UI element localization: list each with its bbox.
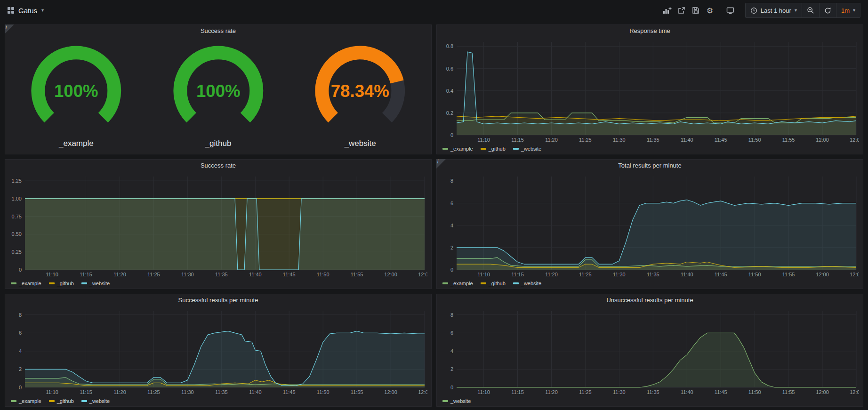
zoom-out-button[interactable] (802, 3, 819, 17)
add-panel-button[interactable] (660, 3, 675, 17)
caret-down-icon: ▾ (853, 8, 855, 13)
panel-title[interactable]: Total results per minute (437, 160, 863, 172)
svg-text:11:10: 11:10 (46, 389, 58, 395)
legend-item-_github[interactable]: _github (49, 281, 74, 286)
svg-text:11:15: 11:15 (80, 389, 92, 395)
svg-text:11:10: 11:10 (46, 272, 58, 277)
svg-text:11:50: 11:50 (748, 137, 761, 143)
legend-series-name: _github (489, 146, 506, 152)
svg-text:11:55: 11:55 (351, 272, 363, 277)
dashboard-title[interactable]: Gatus (18, 7, 37, 15)
share-button[interactable] (675, 3, 689, 17)
panel-success-rate-timeseries: Success rate 11:1011:1511:2011:2511:3011… (5, 159, 432, 289)
svg-text:11:30: 11:30 (613, 272, 626, 277)
legend-series-name: _example (19, 281, 41, 286)
legend-item-_website[interactable]: _website (513, 281, 541, 286)
panel-info-icon[interactable]: i (5, 24, 14, 34)
legend-item-_example[interactable]: _example (442, 146, 473, 152)
panel-title[interactable]: Response time (437, 25, 863, 37)
panel-title[interactable]: Success rate (5, 160, 431, 172)
legend-swatch (481, 148, 486, 150)
tv-mode-button[interactable] (723, 3, 738, 17)
legend-series-name: _example (450, 146, 473, 152)
svg-text:11:30: 11:30 (613, 137, 626, 143)
save-icon (692, 7, 699, 14)
svg-text:0: 0 (450, 385, 453, 390)
svg-text:11:35: 11:35 (215, 389, 228, 395)
svg-text:11:40: 11:40 (681, 272, 693, 277)
svg-text:4: 4 (450, 348, 453, 354)
svg-text:11:10: 11:10 (477, 389, 490, 395)
svg-text:0: 0 (19, 267, 22, 273)
svg-text:0.8: 0.8 (446, 43, 453, 49)
gauge-_example: 100%_example (5, 38, 147, 152)
navbar: Gatus ▾ ⚙ Last 1 hour ▾ (0, 0, 868, 21)
navbar-right: ⚙ Last 1 hour ▾ 1m ▾ (660, 3, 860, 18)
legend-item-_website[interactable]: _website (81, 398, 110, 404)
svg-text:78.34%: 78.34% (331, 81, 389, 101)
refresh-interval-picker[interactable]: 1m ▾ (836, 3, 860, 17)
legend-item-_website[interactable]: _website (513, 146, 541, 152)
settings-button[interactable]: ⚙ (703, 3, 717, 17)
legend-series-name: _github (57, 398, 74, 404)
refresh-interval-label: 1m (841, 7, 850, 14)
svg-text:11:50: 11:50 (317, 389, 330, 395)
successful-results-chart[interactable]: 11:1011:1511:2011:2511:3011:3511:4011:45… (7, 306, 427, 396)
svg-text:11:15: 11:15 (511, 137, 524, 143)
refresh-button[interactable] (819, 3, 836, 17)
svg-text:11:15: 11:15 (511, 389, 524, 395)
svg-text:12:00: 12:00 (816, 389, 829, 395)
svg-text:11:30: 11:30 (613, 389, 626, 395)
svg-text:0: 0 (450, 267, 453, 273)
save-button[interactable] (689, 3, 703, 17)
gauge-_github: 100%_github (147, 38, 289, 152)
svg-text:100%: 100% (196, 81, 241, 101)
svg-text:11:20: 11:20 (545, 137, 558, 143)
svg-text:11:15: 11:15 (511, 272, 524, 277)
legend-swatch (49, 282, 55, 284)
legend-item-_github[interactable]: _github (49, 398, 74, 404)
chart-legend: _example_github_website (11, 279, 110, 288)
svg-text:11:45: 11:45 (283, 272, 296, 277)
svg-text:0.4: 0.4 (446, 88, 453, 94)
legend-item-_website[interactable]: _website (81, 281, 110, 286)
svg-text:11:20: 11:20 (545, 272, 558, 277)
info-glyph: i (437, 159, 438, 164)
apps-grid-icon[interactable] (8, 7, 14, 14)
gauge-label: _example (59, 138, 94, 152)
svg-text:11:25: 11:25 (579, 137, 592, 143)
panel-title[interactable]: Unsuccessful results per minute (437, 294, 863, 306)
share-icon (678, 7, 685, 14)
success-rate-chart[interactable]: 11:1011:1511:2011:2511:3011:3511:4011:45… (7, 172, 427, 278)
legend-item-_github[interactable]: _github (481, 146, 506, 152)
response-time-chart[interactable]: 11:1011:1511:2011:2511:3011:3511:4011:45… (439, 37, 859, 144)
legend-series-name: _github (57, 281, 74, 286)
panel-title[interactable]: Successful results per minute (5, 294, 431, 306)
panel-info-icon[interactable]: i (436, 159, 446, 169)
svg-text:0: 0 (450, 132, 453, 138)
svg-text:11:45: 11:45 (283, 389, 296, 395)
total-results-chart[interactable]: 11:1011:1511:2011:2511:3011:3511:4011:45… (439, 172, 859, 278)
legend-item-_github[interactable]: _github (481, 281, 506, 286)
svg-text:0: 0 (19, 385, 22, 390)
legend-item-_example[interactable]: _example (11, 281, 41, 286)
svg-text:4: 4 (450, 223, 453, 228)
legend-swatch (81, 400, 87, 402)
unsuccessful-results-chart[interactable]: 11:1011:1511:2011:2511:3011:3511:4011:45… (439, 306, 859, 396)
legend-series-name: _example (19, 398, 41, 404)
svg-text:6: 6 (450, 201, 453, 206)
svg-text:12:05: 12:05 (418, 272, 427, 277)
legend-item-_example[interactable]: _example (442, 281, 473, 286)
legend-swatch (481, 282, 486, 284)
legend-item-_website[interactable]: _website (442, 398, 471, 404)
svg-text:12:00: 12:00 (384, 272, 397, 277)
panel-title[interactable]: Success rate (5, 25, 431, 37)
navbar-left: Gatus ▾ (8, 7, 44, 15)
legend-item-_example[interactable]: _example (11, 398, 41, 404)
gauge-arc: 78.34% (289, 38, 431, 138)
svg-text:11:30: 11:30 (181, 389, 194, 395)
time-range-picker[interactable]: Last 1 hour ▾ (746, 3, 802, 17)
legend-swatch (442, 282, 448, 284)
svg-text:0.25: 0.25 (12, 249, 22, 255)
svg-text:11:40: 11:40 (681, 137, 693, 143)
